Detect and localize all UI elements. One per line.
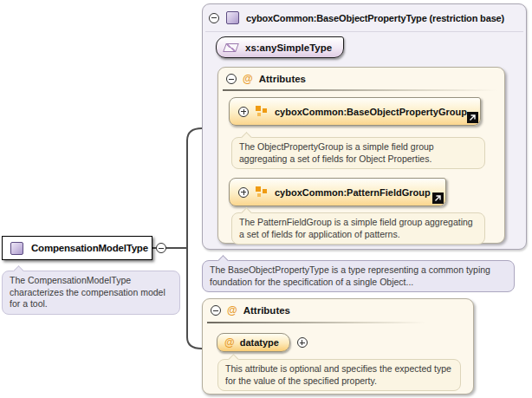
group-name: cyboxCommon:BaseObjectPropertyGroup [275, 107, 467, 117]
simple-type-badge[interactable]: xs:anySimpleType [216, 36, 344, 58]
jump-to-definition-icon[interactable] [432, 192, 444, 204]
attribute-badge-datatype[interactable]: @ datatype [217, 333, 290, 352]
simple-type-name: xs:anySimpleType [245, 42, 332, 53]
element-box-compensationmodeltype[interactable]: CompensationModelType [2, 236, 152, 260]
attributes-panel: @ Attributes @ datatype This attribute i… [202, 298, 474, 395]
attributes-label: Attributes [259, 74, 306, 84]
expand-toggle-icon[interactable] [238, 107, 249, 117]
jump-to-definition-icon[interactable] [467, 112, 478, 123]
attributes-separator [207, 322, 425, 323]
element-name: CompensationModelType [31, 243, 148, 253]
group-doc-bubble: The PatternFieldGroup is a simple field … [231, 212, 485, 245]
attribute-group-icon [256, 186, 268, 198]
attributes-header: @ Attributes [218, 68, 504, 84]
at-icon: @ [224, 337, 235, 348]
attributes-separator [223, 89, 496, 91]
attribute-row-datatype: @ datatype [217, 333, 308, 352]
attribute-name: datatype [240, 337, 279, 348]
element-doc-bubble: The CompensationModelType characterizes … [2, 271, 180, 315]
complex-type-icon [10, 242, 23, 255]
group-doc-bubble: The ObjectPropertyGroup is a simple fiel… [231, 137, 485, 169]
group-name: cyboxCommon:PatternFieldGroup [275, 187, 431, 198]
schema-diagram: CompensationModelType The CompensationMo… [0, 0, 532, 398]
expand-toggle-icon[interactable] [297, 337, 308, 348]
at-icon: @ [227, 305, 237, 316]
element-doc-text: The CompensationModelType characterizes … [10, 275, 165, 309]
group-doc-text: The PatternFieldGroup is a simple field … [239, 217, 473, 239]
base-type-panel: cyboxCommon:BaseObjectPropertyType (rest… [202, 3, 527, 250]
attributes-header: @ Attributes [203, 299, 473, 316]
group-box-baseobjectpropertygroup[interactable]: cyboxCommon:BaseObjectPropertyGroup [229, 97, 481, 126]
collapse-toggle-base-type[interactable] [209, 13, 219, 23]
expand-toggle-icon[interactable] [238, 187, 249, 198]
attributes-section: @ Attributes cyboxCommon:BaseObjectPrope… [217, 67, 505, 244]
attributes-label: Attributes [243, 305, 290, 316]
attribute-group-icon [256, 106, 268, 117]
collapse-toggle-attributes[interactable] [226, 74, 237, 84]
base-type-doc-text: The BaseObjectPropertyType is a type rep… [210, 264, 490, 287]
simple-type-icon [223, 43, 239, 52]
at-icon: @ [243, 74, 253, 84]
collapse-toggle-element[interactable] [156, 243, 166, 253]
base-type-header: cyboxCommon:BaseObjectPropertyType (rest… [203, 4, 526, 24]
attribute-doc-text: This attribute is optional and specifies… [225, 363, 451, 386]
complex-type-icon [226, 11, 239, 24]
header-separator [205, 31, 523, 32]
group-doc-text: The ObjectPropertyGroup is a simple fiel… [239, 141, 434, 164]
attribute-doc-bubble: This attribute is optional and specifies… [217, 359, 461, 391]
collapse-toggle-attributes[interactable] [211, 305, 221, 316]
group-box-patternfieldgroup[interactable]: cyboxCommon:PatternFieldGroup [229, 178, 446, 206]
base-type-doc-bubble: The BaseObjectPropertyType is a type rep… [202, 260, 515, 292]
base-type-title: cyboxCommon:BaseObjectPropertyType (rest… [246, 13, 504, 23]
